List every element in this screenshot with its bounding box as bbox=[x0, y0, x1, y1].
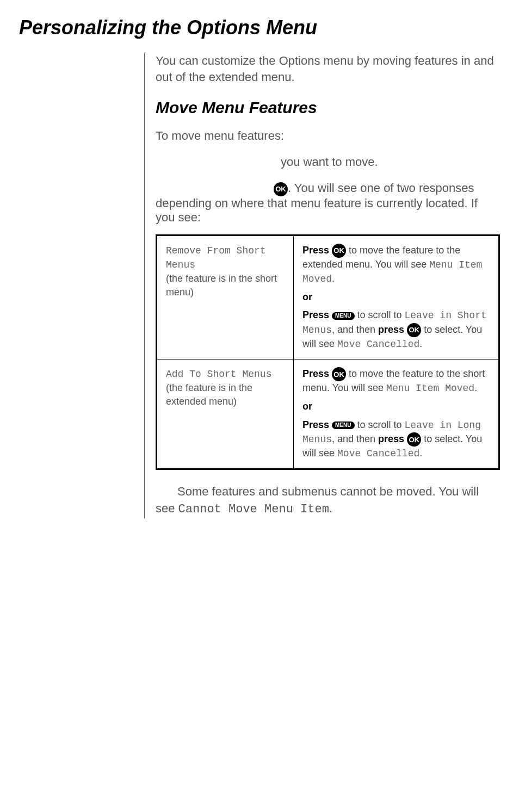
press-label: Press bbox=[302, 419, 332, 430]
ok-icon: OK bbox=[332, 367, 346, 381]
period: . bbox=[419, 338, 422, 349]
menu-icon: MENU bbox=[332, 422, 354, 429]
step-press: OK. You will see one of two responses de… bbox=[156, 181, 500, 224]
cell-right-2: Press OK to move the feature to the shor… bbox=[294, 359, 499, 469]
press-label: Press bbox=[302, 368, 332, 379]
press-desc: , and then bbox=[332, 433, 378, 444]
or-label: or bbox=[302, 400, 490, 413]
note-mono: Cannot Move Menu Item bbox=[178, 503, 329, 516]
press-bold: press bbox=[378, 324, 407, 335]
page-title: Personalizing the Options Menu bbox=[19, 16, 500, 39]
step-press-text: . You will see one of two responses depe… bbox=[156, 181, 478, 224]
table-row: Add To Short Menus (the feature is in th… bbox=[157, 359, 499, 469]
cell-left-2: Add To Short Menus (the feature is in th… bbox=[157, 359, 294, 469]
period: . bbox=[419, 448, 422, 458]
section-heading: Move Menu Features bbox=[156, 98, 500, 117]
option-sublabel: (the feature is in the extended menu) bbox=[166, 382, 252, 407]
or-label: or bbox=[302, 290, 490, 304]
cell-left-1: Remove From Short Menus (the feature is … bbox=[157, 235, 294, 359]
ok-icon: OK bbox=[407, 432, 421, 447]
ok-icon: OK bbox=[407, 323, 421, 337]
press-desc: , and then bbox=[332, 324, 378, 335]
main-content: You can customize the Options menu by mo… bbox=[144, 53, 500, 518]
step-want: you want to move. bbox=[156, 155, 500, 169]
press-label: Press bbox=[302, 309, 332, 320]
options-table: Remove From Short Menus (the feature is … bbox=[156, 234, 500, 470]
note-text: Some features and submenus cannot be mov… bbox=[156, 484, 500, 518]
option-sublabel: (the feature is in the short menu) bbox=[166, 273, 277, 297]
press-desc: to scroll to bbox=[355, 419, 405, 430]
press-label: Press bbox=[302, 245, 332, 256]
menu-icon: MENU bbox=[332, 312, 354, 320]
ok-icon: OK bbox=[332, 244, 346, 258]
mono-text: Move Cancelled bbox=[337, 448, 419, 459]
press-bold: press bbox=[378, 433, 407, 444]
period: . bbox=[474, 382, 477, 393]
option-label: Remove From Short Menus bbox=[166, 245, 266, 270]
section-lead: To move menu features: bbox=[156, 129, 500, 143]
intro-text: You can customize the Options menu by mo… bbox=[156, 53, 500, 85]
cell-right-1: Press OK to move the feature to the exte… bbox=[294, 235, 499, 359]
period: . bbox=[332, 273, 335, 284]
option-label: Add To Short Menus bbox=[166, 369, 271, 380]
mono-text: Menu Item Moved bbox=[386, 383, 474, 394]
table-row: Remove From Short Menus (the feature is … bbox=[157, 235, 499, 359]
note-b: . bbox=[329, 501, 332, 515]
press-desc: to scroll to bbox=[355, 309, 405, 320]
mono-text: Move Cancelled bbox=[337, 339, 419, 350]
ok-icon: OK bbox=[274, 182, 288, 196]
